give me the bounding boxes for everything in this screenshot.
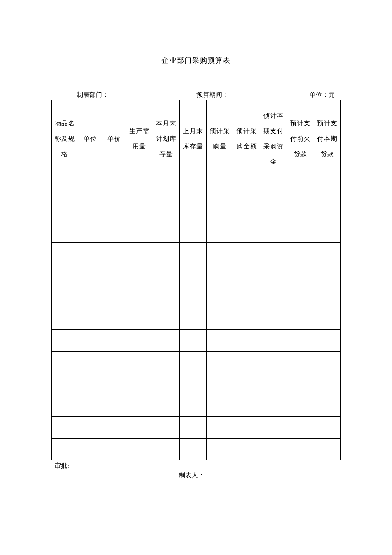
table-cell: [180, 264, 207, 286]
table-cell: [126, 199, 153, 221]
table-cell: [78, 352, 102, 373]
table-cell: [207, 395, 233, 417]
table-cell: [207, 199, 233, 221]
table-cell: [314, 308, 341, 330]
table-cell: [207, 221, 233, 243]
table-cell: [207, 352, 233, 373]
table-cell: [126, 221, 153, 243]
table-cell: [180, 439, 207, 460]
table-cell: [233, 308, 260, 330]
table-cell: [233, 264, 260, 286]
table-cell: [153, 286, 180, 308]
table-cell: [102, 439, 126, 460]
table-cell: [102, 199, 126, 221]
table-cell: [287, 395, 314, 417]
table-cell: [78, 221, 102, 243]
table-cell: [126, 352, 153, 373]
col-header: 本月末计划库存量: [153, 100, 180, 177]
table-cell: [180, 177, 207, 199]
table-row: [52, 373, 341, 395]
table-cell: [314, 373, 341, 395]
col-header: 物品名称及规格: [52, 100, 78, 177]
table-cell: [207, 330, 233, 352]
table-cell: [180, 308, 207, 330]
table-cell: [126, 243, 153, 264]
table-row: [52, 330, 341, 352]
table-cell: [314, 243, 341, 264]
table-cell: [52, 395, 78, 417]
table-cell: [233, 439, 260, 460]
table-cell: [126, 264, 153, 286]
table-cell: [287, 373, 314, 395]
meta-unit-label: 单位：元: [253, 91, 339, 99]
table-cell: [233, 330, 260, 352]
table-cell: [102, 373, 126, 395]
table-cell: [153, 417, 180, 439]
table-cell: [287, 417, 314, 439]
col-header: 上月末库存量: [180, 100, 207, 177]
table-cell: [102, 177, 126, 199]
col-header: 单价: [102, 100, 126, 177]
table-cell: [126, 395, 153, 417]
table-cell: [314, 221, 341, 243]
table-cell: [52, 373, 78, 395]
table-cell: [52, 330, 78, 352]
table-header-row: 物品名称及规格 单位 单价 生产需用量 本月末计划库存量 上月末库存量 预计采购…: [52, 100, 341, 177]
table-cell: [52, 177, 78, 199]
table-cell: [260, 330, 287, 352]
col-header: 侦计本期支付采购资金: [260, 100, 287, 177]
table-cell: [260, 417, 287, 439]
table-cell: [287, 330, 314, 352]
table-cell: [287, 243, 314, 264]
table-cell: [78, 395, 102, 417]
table-cell: [180, 417, 207, 439]
approve-label: 审批:: [55, 462, 69, 470]
table-cell: [207, 243, 233, 264]
table-body: [52, 177, 341, 460]
table-cell: [78, 373, 102, 395]
footer: 审批: 制表人：: [51, 462, 341, 483]
table-cell: [126, 439, 153, 460]
table-cell: [287, 286, 314, 308]
table-cell: [102, 243, 126, 264]
table-cell: [287, 221, 314, 243]
table-cell: [126, 177, 153, 199]
table-cell: [180, 352, 207, 373]
table-cell: [314, 330, 341, 352]
col-header: 预计支付本期货款: [314, 100, 341, 177]
col-header: 生产需用量: [126, 100, 153, 177]
table-cell: [153, 264, 180, 286]
table-cell: [102, 221, 126, 243]
table-cell: [78, 439, 102, 460]
table-row: [52, 439, 341, 460]
table-cell: [233, 373, 260, 395]
table-cell: [52, 221, 78, 243]
table-cell: [314, 264, 341, 286]
table-row: [52, 286, 341, 308]
table-cell: [52, 264, 78, 286]
table-cell: [260, 199, 287, 221]
table-cell: [260, 243, 287, 264]
table-row: [52, 417, 341, 439]
table-cell: [207, 417, 233, 439]
table-cell: [126, 286, 153, 308]
col-header: 单位: [78, 100, 102, 177]
table-row: [52, 264, 341, 286]
table-row: [52, 199, 341, 221]
table-cell: [78, 243, 102, 264]
table-cell: [102, 264, 126, 286]
table-cell: [52, 286, 78, 308]
table-cell: [126, 373, 153, 395]
table-cell: [260, 439, 287, 460]
table-cell: [126, 308, 153, 330]
table-cell: [260, 177, 287, 199]
table-cell: [153, 221, 180, 243]
table-cell: [233, 417, 260, 439]
table-cell: [314, 177, 341, 199]
table-cell: [102, 308, 126, 330]
table-row: [52, 177, 341, 199]
table-cell: [153, 373, 180, 395]
table-cell: [287, 264, 314, 286]
document-page: 企业部门采购预算表 制表部门： 预算期间： 单位：元 物品名称及规格 单位 单价…: [0, 0, 392, 555]
budget-table: 物品名称及规格 单位 单价 生产需用量 本月末计划库存量 上月末库存量 预计采购…: [51, 100, 341, 460]
